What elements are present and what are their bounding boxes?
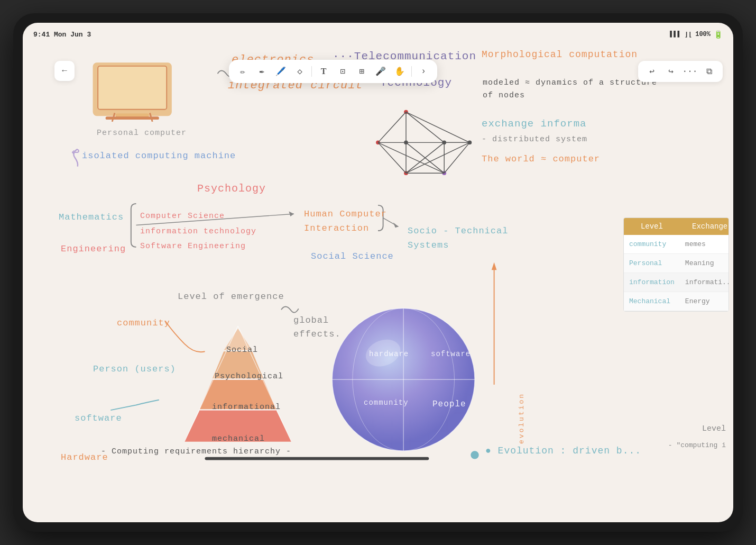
svg-line-41 <box>238 326 291 442</box>
svg-rect-2 <box>98 66 167 110</box>
eraser-tool[interactable]: ◇ <box>292 64 307 79</box>
status-bar: 9:41 Mon Jun 3 ▌▌▌ ⌋⌊ 100% 🔋 <box>23 23 733 46</box>
pyramid-psychological-label: Psychological <box>215 372 262 381</box>
audio-tool[interactable]: 🎤 <box>373 64 388 79</box>
morphological-text: Morphological computation <box>482 49 638 60</box>
table-header-exchange: Exchange <box>680 218 729 235</box>
battery-label: 100% <box>695 31 711 38</box>
cs-block-text: Computer Science information technology … <box>140 209 256 255</box>
svg-point-10 <box>442 171 446 175</box>
toolbar-divider-1 <box>311 66 312 77</box>
redo-button[interactable]: ↪ <box>663 64 678 79</box>
table-cell-personal: Personal <box>624 254 680 273</box>
pyramid-informational-label: informational <box>212 403 262 412</box>
table-row: Mechanical Energy <box>624 292 729 311</box>
svg-line-6 <box>150 113 152 121</box>
svg-point-49 <box>353 308 455 451</box>
hci-text: Human Computer Interaction <box>304 207 387 235</box>
svg-line-24 <box>406 142 444 173</box>
table-cell-informati: informati... <box>680 273 729 292</box>
pyramid-social-label: Social <box>226 346 258 355</box>
level-bottom-text: Level <box>702 424 726 433</box>
svg-rect-1 <box>98 66 167 110</box>
table-cell-energy: Energy <box>680 292 729 311</box>
status-time: 9:41 Mon Jun 3 <box>33 31 91 39</box>
svg-point-8 <box>376 141 380 145</box>
global-effects-text: global effects. <box>293 314 341 341</box>
squiggle-arrow-icon: ↪ <box>71 143 80 160</box>
main-toolbar: ✏️ ✒️ 🖊️ ◇ T ⊡ ⊞ 🎤 ✋ › <box>229 60 437 83</box>
social-science-text: Social Science <box>311 251 394 261</box>
svg-point-13 <box>404 141 408 145</box>
svg-line-18 <box>378 142 406 173</box>
svg-line-20 <box>378 142 444 173</box>
back-button[interactable]: ← <box>54 61 75 81</box>
more-options-button[interactable]: ··· <box>683 64 697 79</box>
community-pyramid-text: community <box>117 318 170 328</box>
table-cell-mechanical: Mechanical <box>624 292 680 311</box>
svg-line-40 <box>185 326 238 442</box>
mathematics-text: Mathematics <box>59 212 124 222</box>
svg-point-11 <box>442 141 446 145</box>
table-row: community memes <box>624 235 729 254</box>
more-tool[interactable]: › <box>416 64 431 79</box>
table-cell-information: information <box>624 273 680 292</box>
table-cell-meaning: Meaning <box>680 254 729 273</box>
table-header-level: Level <box>624 218 680 235</box>
ipad-frame: 9:41 Mon Jun 3 ▌▌▌ ⌋⌊ 100% 🔋 ← ✏️ ✒️ 🖊️ … <box>13 13 743 532</box>
svg-point-52 <box>471 451 478 459</box>
personal-computer-text: Personal computer <box>97 129 187 138</box>
undo-button[interactable]: ↩ <box>644 64 659 79</box>
svg-point-45 <box>332 308 475 451</box>
table-row: Personal Meaning <box>624 254 729 273</box>
svg-line-27 <box>444 142 469 173</box>
share-button[interactable]: ⧉ <box>702 64 716 79</box>
svg-point-48 <box>332 308 475 451</box>
image-tool[interactable]: ⊞ <box>354 64 369 79</box>
evolution-vertical-text: evolution <box>518 393 525 444</box>
level-table: Level Exchange community memes Personal … <box>623 217 729 312</box>
back-icon: ← <box>62 66 67 76</box>
svg-rect-51 <box>205 457 429 460</box>
world-text: The world ≈ computer <box>482 154 600 164</box>
text-tool[interactable]: T <box>316 64 331 79</box>
engineering-text: Engineering <box>61 244 126 254</box>
modeled-text: modeled ≈ dynamics of a structure of nod… <box>483 77 657 102</box>
svg-point-7 <box>404 110 408 114</box>
computing-req-text: - Computing requirements hierarchy - <box>101 447 291 456</box>
isolated-text: isolated computing machine <box>82 151 236 161</box>
svg-line-14 <box>378 112 406 143</box>
highlighter-tool[interactable]: 🖊️ <box>273 64 288 79</box>
exchange-text: exchange informa <box>482 118 586 130</box>
top-right-toolbar: ↩ ↪ ··· ⧉ <box>638 61 723 82</box>
svg-line-22 <box>406 142 444 173</box>
person-users-text: Person (users) <box>93 364 176 374</box>
hand-tool[interactable]: ✋ <box>392 64 407 79</box>
svg-line-5 <box>112 113 115 121</box>
pencil-tool[interactable]: ✏️ <box>235 64 250 79</box>
svg-point-9 <box>404 171 408 175</box>
table-cell-memes: memes <box>680 235 729 254</box>
evolution-bottom-text: ● Evolution : driven b... <box>485 446 641 456</box>
distributed-text: - distributed system <box>482 135 587 144</box>
battery-icon: 🔋 <box>714 30 723 39</box>
level-emergence-text: Level of emergence <box>178 292 284 302</box>
svg-line-17 <box>406 112 469 143</box>
selection-tool[interactable]: ⊡ <box>335 64 350 79</box>
globe-community-label: community <box>364 398 409 407</box>
svg-line-28 <box>406 142 469 173</box>
globe-hardware-label: hardware <box>369 350 409 358</box>
svg-rect-0 <box>93 62 172 116</box>
svg-marker-35 <box>492 262 497 270</box>
svg-rect-3 <box>116 113 149 119</box>
socio-text: Socio - Technical Systems <box>408 224 508 252</box>
signal-icon: ▌▌▌ <box>670 31 681 38</box>
ipad-screen: 9:41 Mon Jun 3 ▌▌▌ ⌋⌊ 100% 🔋 ← ✏️ ✒️ 🖊️ … <box>23 23 733 522</box>
status-icons: ▌▌▌ ⌋⌊ 100% 🔋 <box>670 30 723 39</box>
toolbar-divider-2 <box>411 66 412 77</box>
pen-tool[interactable]: ✒️ <box>254 64 269 79</box>
svg-marker-33 <box>393 223 399 228</box>
software-label-text: software <box>75 413 122 423</box>
psychology-text: Psychology <box>197 183 266 195</box>
svg-marker-31 <box>289 211 294 216</box>
